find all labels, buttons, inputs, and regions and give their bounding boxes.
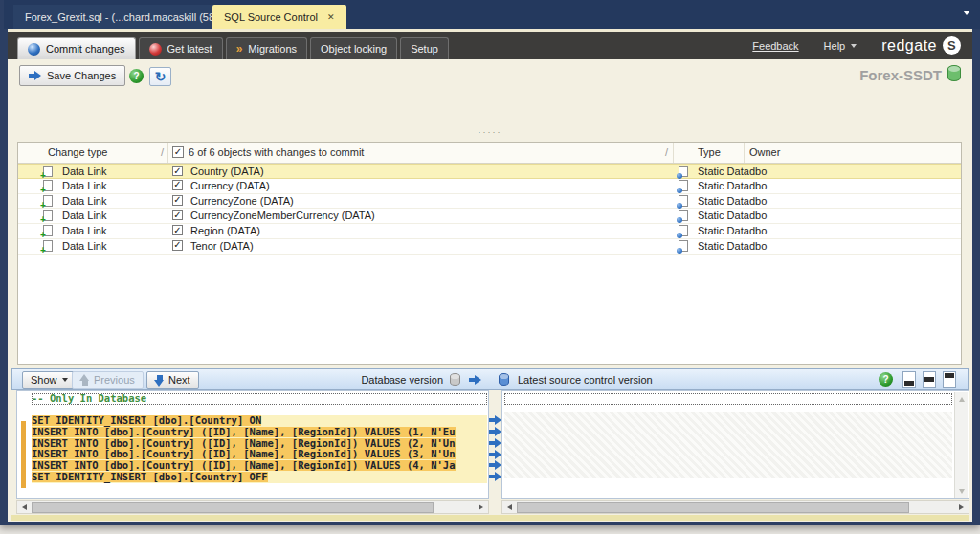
table-row[interactable]: Data Link✓Currency (DATA)Static Datadbo	[18, 179, 961, 194]
change-gutter-bar	[21, 421, 26, 488]
object-name-cell: Country (DATA)	[190, 166, 264, 177]
static-data-icon	[679, 225, 688, 236]
table-row[interactable]: Data Link✓Region (DATA)Static Datadbo	[18, 224, 961, 239]
tab-get-latest[interactable]: Get latest	[139, 37, 223, 59]
static-data-icon	[679, 195, 688, 207]
horizontal-scrollbar-left[interactable]	[16, 500, 489, 514]
row-checkbox[interactable]: ✓	[172, 240, 183, 251]
row-checkbox[interactable]: ✓	[172, 166, 183, 176]
missing-lines-hatch	[504, 412, 952, 478]
object-name-cell: Tenor (DATA)	[190, 240, 254, 252]
diff-line: INSERT INTO [dbo].[Country] ([ID], [Name…	[32, 427, 487, 438]
selection-outline	[504, 393, 952, 405]
table-row[interactable]: Data Link✓CurrencyZoneMemberCurrency (DA…	[18, 209, 961, 224]
static-data-icon	[679, 240, 688, 252]
scroll-right-icon[interactable]	[479, 504, 483, 510]
table-row[interactable]: Data Link✓CurrencyZone (DATA)Static Data…	[18, 194, 961, 210]
scroll-right-icon[interactable]	[959, 504, 964, 510]
show-dropdown[interactable]: Show	[22, 371, 77, 389]
owner-cell: dbo	[749, 180, 767, 191]
redgate-s-icon: S	[943, 36, 961, 55]
pane-splitter[interactable]: ·····	[8, 127, 972, 136]
owner-cell: dbo	[749, 166, 767, 177]
database-version-cylinder-icon	[450, 373, 460, 386]
row-checkbox[interactable]: ✓	[172, 210, 183, 220]
object-name-cell: CurrencyZoneMemberCurrency (DATA)	[190, 210, 375, 221]
copy-to-right-arrow-icon[interactable]	[489, 460, 501, 470]
copy-to-right-arrow-icon[interactable]	[489, 427, 501, 436]
static-data-icon	[679, 210, 688, 221]
redgate-logo: redgate S	[881, 36, 961, 55]
type-cell: Static Data	[698, 166, 749, 177]
get-latest-sphere-icon	[149, 43, 162, 56]
table-row[interactable]: Data Link✓Tenor (DATA)Static Datadbo	[18, 239, 961, 255]
scroll-left-icon[interactable]	[507, 504, 512, 510]
column-type[interactable]: Type	[698, 146, 721, 158]
diff-pane-source-control[interactable]	[501, 390, 969, 499]
copy-to-right-arrow-icon[interactable]	[489, 415, 501, 425]
help-menu[interactable]: Help	[824, 40, 858, 52]
arrow-up-icon	[80, 375, 89, 386]
scroll-up-icon[interactable]	[959, 397, 965, 402]
doc-tab-label: SQL Source Control	[224, 11, 318, 23]
next-button[interactable]: Next	[146, 371, 199, 389]
row-checkbox[interactable]: ✓	[172, 180, 183, 190]
type-cell: Static Data	[698, 210, 749, 221]
tab-migrations[interactable]: » Migrations	[226, 37, 307, 59]
close-icon[interactable]: ✕	[327, 12, 335, 22]
previous-button[interactable]: Previous	[72, 371, 144, 389]
window-bottom-strip	[11, 515, 969, 521]
column-owner[interactable]: Owner	[749, 146, 780, 158]
doc-tab-sql-source-control[interactable]: SQL Source Control ✕	[212, 5, 346, 29]
feedback-link[interactable]: Feedback	[752, 40, 798, 52]
source-control-cylinder-icon	[499, 373, 509, 386]
diff-line: SET IDENTITY_INSERT [dbo].[Country] OFF	[32, 472, 487, 483]
column-change-type[interactable]: Change type	[48, 146, 107, 158]
change-type-cell: Data Link	[62, 240, 106, 252]
copy-to-right-arrow-icon[interactable]	[489, 438, 501, 448]
scroll-left-icon[interactable]	[22, 504, 27, 510]
data-link-icon	[43, 225, 53, 236]
horizontal-scrollbar-right[interactable]	[501, 500, 969, 514]
row-checkbox[interactable]: ✓	[172, 225, 183, 235]
database-cylinder-icon	[947, 65, 961, 81]
tab-list-chevron-icon[interactable]	[963, 11, 970, 15]
vertical-scrollbar[interactable]	[954, 392, 968, 499]
scrollbar-thumb[interactable]	[32, 502, 434, 513]
row-checkbox[interactable]: ✓	[172, 195, 183, 206]
database-version-label: Database version	[361, 374, 443, 386]
data-link-icon	[43, 240, 53, 252]
diff-line: INSERT INTO [dbo].[Country] ([ID], [Name…	[32, 438, 487, 450]
tab-object-locking[interactable]: Object locking	[310, 37, 397, 59]
diff-line: -- Only In Database	[32, 393, 487, 405]
scrollbar-thumb[interactable]	[517, 502, 909, 513]
tab-setup[interactable]: Setup	[400, 37, 449, 59]
layout-bottom-button[interactable]	[902, 371, 916, 388]
save-changes-button[interactable]: Save Changes	[19, 65, 125, 86]
type-cell: Static Data	[698, 240, 749, 252]
copy-to-right-arrow-icon[interactable]	[489, 450, 501, 459]
refresh-button[interactable]: ↻	[149, 67, 171, 86]
change-type-cell: Data Link	[62, 166, 106, 177]
diff-pane-database[interactable]: -- Only In DatabaseSET IDENTITY_INSERT […	[16, 390, 489, 499]
database-name: Forex-SSDT	[859, 67, 942, 83]
diff-help-icon[interactable]: ?	[879, 372, 893, 387]
doc-tab-forex-grexit[interactable]: Forex_Grexit.sql - (...chard.macaskill (…	[13, 5, 233, 29]
diff-line: INSERT INTO [dbo].[Country] ([ID], [Name…	[32, 460, 487, 472]
select-all-checkbox[interactable]: ✓	[172, 146, 184, 158]
direction-arrow-icon	[469, 375, 481, 385]
doc-tab-label: Forex_Grexit.sql - (...chard.macaskill (…	[25, 11, 221, 23]
object-name-cell: Currency (DATA)	[190, 180, 270, 191]
copy-to-right-arrow-icon[interactable]	[489, 472, 501, 481]
layout-top-button[interactable]	[943, 371, 956, 388]
type-cell: Static Data	[698, 180, 749, 191]
type-cell: Static Data	[698, 225, 749, 236]
table-row[interactable]: Data Link✓Country (DATA)Static Datadbo	[18, 164, 961, 179]
diff-line: INSERT INTO [dbo].[Country] ([ID], [Name…	[32, 449, 487, 460]
help-icon[interactable]: ?	[129, 69, 144, 83]
source-control-version-label: Latest source control version	[518, 374, 653, 386]
layout-split-button[interactable]	[923, 371, 936, 388]
tab-commit-changes[interactable]: Commit changes	[17, 37, 136, 59]
objects-summary: 6 of 6 objects with changes to commit	[189, 146, 364, 158]
scroll-down-icon[interactable]	[959, 489, 965, 494]
